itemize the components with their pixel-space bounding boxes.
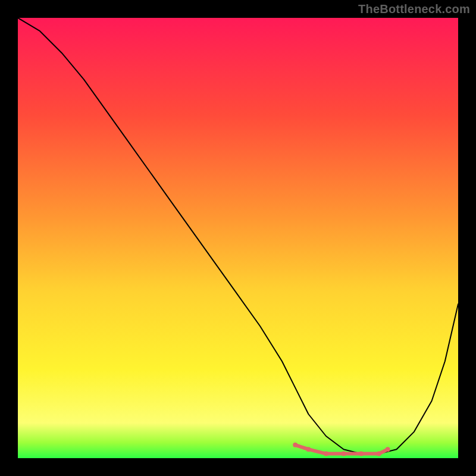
highlight-dot	[359, 452, 364, 456]
highlight-dot	[342, 452, 346, 456]
chart-container: TheBottleneck.com	[0, 0, 476, 476]
gradient-rect	[18, 18, 458, 458]
highlight-dot	[306, 447, 311, 452]
highlight-dot	[386, 447, 390, 452]
attribution-text: TheBottleneck.com	[358, 2, 470, 16]
plot-area	[18, 18, 458, 458]
highlight-dot	[293, 443, 298, 447]
chart-svg	[18, 18, 458, 458]
highlight-dot	[377, 452, 381, 456]
highlight-dot	[324, 452, 328, 456]
